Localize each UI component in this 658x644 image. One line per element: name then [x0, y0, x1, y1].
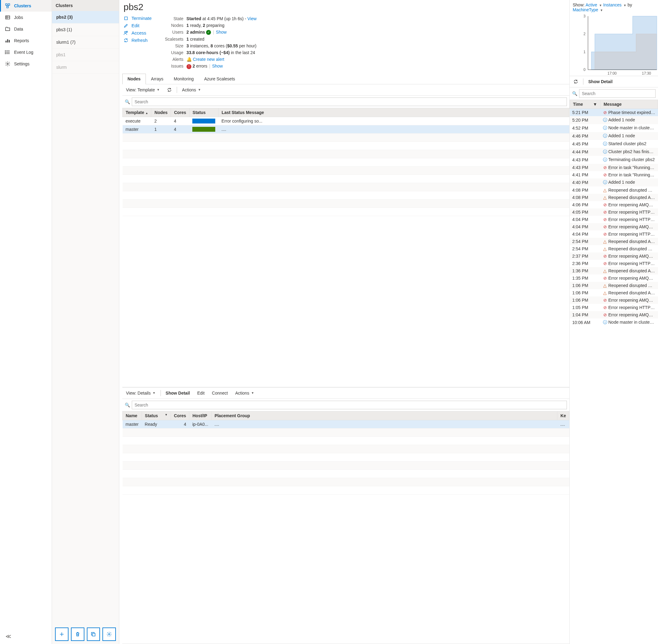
edit-node-button[interactable]: Edit — [195, 389, 207, 397]
th-ke[interactable]: Ke — [558, 411, 569, 420]
copy-cluster-button[interactable] — [87, 627, 100, 641]
event-row[interactable]: 1:35 PM⊘Error reopening AMQP tun — [570, 274, 658, 282]
nav-label: Reports — [14, 38, 29, 43]
th-nodes[interactable]: Nodes — [151, 108, 171, 117]
create-alert-link[interactable]: Create new alert — [193, 57, 224, 62]
event-row[interactable]: 1:06 PM△Reopened disrupted HTTPS — [570, 282, 658, 289]
actions-dropdown[interactable]: Actions▼ — [180, 86, 203, 94]
details-actions-dropdown[interactable]: Actions▼ — [233, 389, 256, 397]
event-row[interactable]: 4:04 PM⊘Error reopening HTTPS tun — [570, 230, 658, 238]
view-template-dropdown[interactable]: View: Template▼ — [123, 86, 162, 94]
th-cores[interactable]: Cores — [171, 411, 189, 420]
th-name[interactable]: Name — [122, 411, 142, 420]
svg-rect-8 — [5, 41, 6, 43]
tab[interactable]: Nodes — [122, 74, 146, 84]
tab[interactable]: Arrays — [146, 74, 168, 84]
machinetype-dropdown[interactable]: MachineType ▼ — [573, 7, 603, 12]
th-message[interactable]: Message — [600, 100, 658, 109]
edit-action[interactable]: Edit — [123, 23, 152, 28]
event-row[interactable]: 4:06 PM⊘Error reopening AMQP tun — [570, 201, 658, 208]
templates-search-input[interactable] — [132, 97, 567, 106]
cluster-item[interactable]: pbs3 (1) — [52, 24, 119, 36]
nav-eventlog[interactable]: Event Log — [0, 46, 52, 58]
cluster-item[interactable]: slurm1 (7) — [52, 36, 119, 49]
event-row[interactable]: 5:21 PM⊘Phase timeout expired whi — [570, 109, 658, 116]
table-row[interactable]: master14.... — [122, 125, 569, 133]
tab[interactable]: Monitoring — [168, 74, 199, 84]
events-search-input[interactable] — [579, 89, 656, 98]
th-status[interactable]: Status — [189, 108, 218, 117]
event-row[interactable]: 4:08 PM△Reopened disrupted HTTPS — [570, 186, 658, 194]
event-row[interactable]: 4:41 PM⊘Error in task "Running phas — [570, 171, 658, 179]
event-row[interactable]: 4:46 PMⓘAdded 1 node — [570, 132, 658, 140]
cluster-item[interactable]: pbs2 (3) — [52, 11, 119, 24]
connect-button[interactable]: Connect — [209, 389, 230, 397]
collapse-sidebar-button[interactable]: ≪ — [0, 629, 52, 644]
event-row[interactable]: 4:43 PM⊘Error in task "Running phas — [570, 164, 658, 171]
settings-cluster-button[interactable] — [103, 627, 116, 641]
event-row[interactable]: 2:54 PM△Reopened disrupted AMQP — [570, 238, 658, 245]
svg-point-15 — [5, 52, 6, 52]
nav-clusters[interactable]: Clusters — [0, 0, 52, 12]
show-issues-link[interactable]: Show — [212, 64, 223, 68]
nav-data[interactable]: Data — [0, 23, 52, 35]
event-row[interactable]: 4:04 PM⊘Error reopening AMQP tun — [570, 223, 658, 230]
svg-rect-2 — [7, 6, 8, 8]
table-row[interactable]: masterReady4ip-0A0........... — [122, 420, 569, 428]
show-users-link[interactable]: Show — [216, 30, 227, 34]
show-active-dropdown[interactable]: Active ▼ — [586, 2, 602, 7]
show-event-detail-button[interactable]: Show Detail — [586, 78, 615, 85]
show-filter: Show: Active ▼ Instances ▼ by MachineTyp… — [570, 0, 658, 12]
details-search-input[interactable] — [132, 401, 567, 409]
event-row[interactable]: 1:06 PM⊘Error reopening AMQP tun — [570, 297, 658, 304]
event-row[interactable]: 1:04 PM⊘Error reopening AMQP tun — [570, 311, 658, 319]
warn-icon: △ — [603, 246, 607, 251]
event-row[interactable]: 4:05 PM⊘Error reopening HTTPS tun — [570, 208, 658, 216]
access-action[interactable]: Access — [123, 30, 152, 36]
event-row[interactable]: 2:37 PM⊘Error reopening AMQP tun — [570, 252, 658, 260]
nav-settings[interactable]: Settings — [0, 58, 52, 70]
view-details-dropdown[interactable]: View: Details▼ — [123, 389, 158, 397]
show-detail-button[interactable]: Show Detail — [163, 389, 192, 397]
view-state-link[interactable]: View — [247, 16, 256, 21]
th-host[interactable]: Host/IP — [189, 411, 211, 420]
event-row[interactable]: 2:36 PM⊘Error reopening HTTPS tun — [570, 260, 658, 267]
event-row[interactable]: 4:52 PMⓘNode master in cluster pbs — [570, 124, 658, 132]
event-row[interactable]: 4:40 PMⓘAdded 1 node — [570, 179, 658, 186]
cluster-item[interactable]: slurm — [52, 61, 119, 74]
meta-nodes: 1 ready, 2 preparing — [186, 23, 569, 28]
refresh-events-button[interactable] — [571, 78, 581, 85]
refresh-templates-button[interactable] — [164, 86, 174, 94]
nav-jobs[interactable]: Jobs — [0, 12, 52, 23]
add-cluster-button[interactable] — [55, 627, 68, 641]
cluster-item[interactable]: pbs1 — [52, 49, 119, 61]
event-row[interactable]: 4:45 PMⓘStarted cluster pbs2 — [570, 140, 658, 148]
tab[interactable]: Azure Scalesets — [199, 74, 240, 84]
refresh-action[interactable]: Refresh — [123, 37, 152, 43]
event-row[interactable]: 4:44 PMⓘCluster pbs2 has finished te — [570, 148, 658, 156]
th-pg[interactable]: Placement Group — [211, 411, 557, 420]
event-row[interactable]: 4:43 PMⓘTerminating cluster pbs2 — [570, 156, 658, 164]
event-row[interactable]: 1:36 PM△Reopened disrupted AMQP — [570, 267, 658, 274]
event-row[interactable]: 1:05 PM⊘Error reopening HTTPS tun — [570, 304, 658, 311]
event-row[interactable]: 5:20 PMⓘAdded 1 node — [570, 116, 658, 124]
event-row[interactable]: 4:04 PM⊘Error reopening HTTPS tun — [570, 216, 658, 223]
show-instances-dropdown[interactable]: Instances ▼ — [603, 2, 627, 7]
nav-reports[interactable]: Reports — [0, 35, 52, 46]
th-template[interactable]: Template▲ — [122, 108, 151, 117]
svg-rect-22 — [124, 17, 127, 20]
th-cores[interactable]: Cores — [171, 108, 189, 117]
svg-rect-10 — [9, 40, 10, 43]
svg-point-16 — [5, 53, 6, 54]
event-row[interactable]: 2:54 PM△Reopened disrupted HTTPS — [570, 245, 658, 252]
th-time[interactable]: Time▼ — [570, 100, 600, 109]
err-icon: ⊘ — [603, 298, 607, 303]
terminate-action[interactable]: Terminate — [123, 15, 152, 21]
event-row[interactable]: 4:08 PM△Reopened disrupted AMQP — [570, 194, 658, 201]
event-row[interactable]: 1:06 PM△Reopened disrupted AMQP — [570, 289, 658, 297]
delete-cluster-button[interactable] — [71, 627, 84, 641]
event-row[interactable]: 10:06 AMⓘNode master in cluster pbs — [570, 319, 658, 326]
th-msg[interactable]: Last Status Message — [218, 108, 569, 117]
th-status[interactable]: Status▼ — [141, 411, 171, 420]
table-row[interactable]: execute24Error configuring so... — [122, 117, 569, 125]
